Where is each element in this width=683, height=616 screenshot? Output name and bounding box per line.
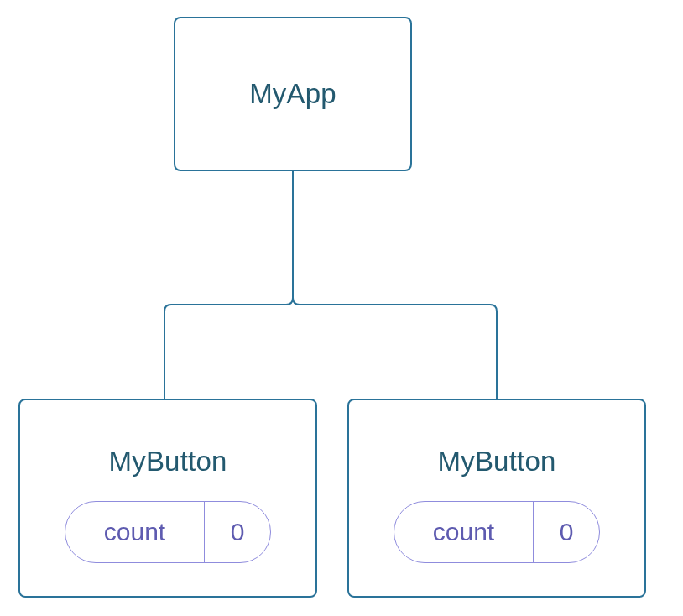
component-tree-diagram: MyApp MyButton count 0 MyButton count 0 [0, 0, 683, 616]
state-label: count [65, 502, 205, 562]
root-component-node: MyApp [174, 17, 412, 171]
child-component-title: MyButton [109, 446, 227, 478]
state-pill: count 0 [394, 501, 600, 563]
state-value: 0 [534, 502, 599, 562]
child-component-title: MyButton [438, 446, 556, 478]
child-component-node: MyButton count 0 [18, 399, 317, 598]
state-value: 0 [205, 502, 270, 562]
state-pill: count 0 [65, 501, 271, 563]
state-label: count [394, 502, 534, 562]
child-component-node: MyButton count 0 [347, 399, 646, 598]
root-component-title: MyApp [249, 78, 336, 110]
